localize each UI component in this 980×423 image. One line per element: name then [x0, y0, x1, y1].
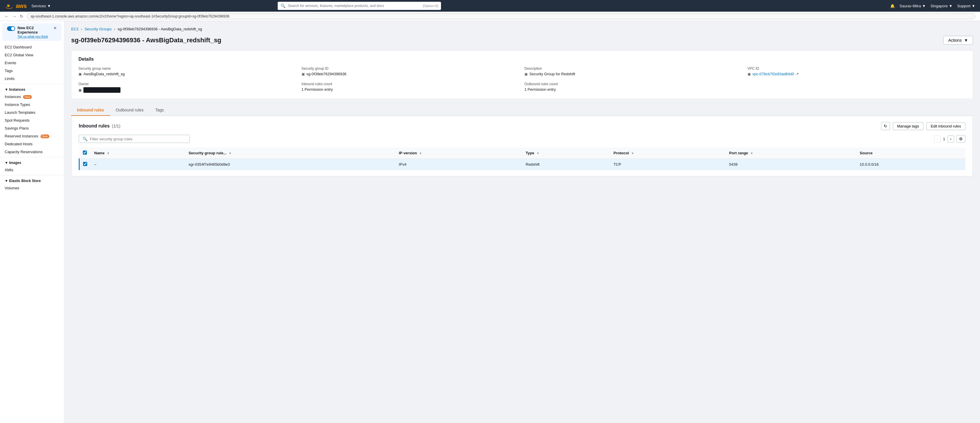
description-label: Description	[524, 67, 743, 71]
reserved-instances-badge: New	[41, 135, 49, 138]
settings-button[interactable]: ⚙	[956, 135, 966, 143]
tab-inbound-rules[interactable]: Inbound rules	[71, 105, 110, 116]
sort-ip-version-icon[interactable]: ▼	[419, 152, 422, 155]
details-title: Details	[78, 57, 966, 62]
pagination-prev-button[interactable]: ‹	[934, 135, 940, 143]
global-search[interactable]: 🔍 [Option+S]	[278, 2, 441, 10]
rules-tabs: Inbound rules Outbound rules Tags	[71, 105, 973, 116]
tab-tags[interactable]: Tags	[150, 105, 170, 116]
row-source: 10.0.0.0/16	[856, 159, 966, 170]
sort-type-icon[interactable]: ▼	[536, 152, 539, 155]
breadcrumb-sep-1: ›	[81, 27, 82, 31]
support-menu[interactable]: Support ▼	[957, 4, 975, 8]
new-experience-banner: New EC2 Experience Tell us what you thin…	[2, 23, 62, 41]
copy-sg-name-icon[interactable]: ▣	[78, 72, 82, 76]
row-protocol: TCP	[610, 159, 725, 170]
row-checkbox[interactable]	[83, 162, 87, 166]
sidebar-item-reserved-instances[interactable]: Reserved Instances New	[0, 132, 64, 140]
sidebar-item-amis[interactable]: AMIs	[0, 166, 64, 174]
inbound-rules-count: (1/1)	[112, 124, 121, 128]
col-sg-rule: Security group rule... ▼	[185, 148, 395, 159]
inbound-rules-title: Inbound rules	[79, 123, 110, 129]
outbound-count-value: 1 Permission entry	[524, 87, 556, 92]
row-checkbox-cell	[80, 159, 91, 170]
copy-description-icon[interactable]: ▣	[524, 72, 528, 76]
sort-protocol-icon[interactable]: ▼	[631, 152, 634, 155]
sidebar-section-images[interactable]: ▼ Images	[0, 158, 64, 166]
url-input[interactable]	[27, 13, 975, 19]
sidebar-item-ec2-global-view[interactable]: EC2 Global View	[0, 51, 64, 59]
col-type: Type ▼	[522, 148, 610, 159]
actions-chevron-icon: ▼	[964, 38, 968, 43]
inbound-rules-table: Name ▼ Security group rule... ▼ IP versi…	[79, 148, 966, 170]
sidebar-item-ec2-dashboard[interactable]: EC2 Dashboard	[0, 43, 64, 51]
breadcrumb-current: sg-0f39eb76294396936 - AwsBigData_redshi…	[118, 27, 202, 31]
services-button[interactable]: Services ▼	[32, 4, 51, 8]
sidebar-item-instances[interactable]: Instances New	[0, 93, 64, 101]
manage-tags-button[interactable]: Manage tags	[893, 122, 923, 130]
copy-vpc-id-icon[interactable]: ▣	[748, 72, 751, 76]
pagination: ‹ 1 › ⚙	[934, 135, 966, 143]
copy-sg-id-icon[interactable]: ▣	[302, 72, 305, 76]
table-row[interactable]: – sgr-0354f7e9465b0d9e3 IPv4 Redshift TC…	[80, 159, 966, 170]
copy-owner-icon[interactable]: ▣	[78, 88, 82, 92]
sidebar-section-ebs[interactable]: ▼ Elastic Block Store	[0, 177, 64, 182]
owner-field: Owner ▣ ████████████	[78, 82, 297, 93]
col-protocol: Protocol ▼	[610, 148, 725, 159]
sidebar-item-dedicated-hosts[interactable]: Dedicated Hosts	[0, 140, 64, 148]
filter-input[interactable]	[90, 137, 186, 141]
breadcrumb-ec2[interactable]: EC2	[71, 27, 78, 31]
main-content: EC2 › Security Groups › sg-0f39eb7629439…	[64, 21, 980, 182]
services-chevron-icon: ▼	[47, 4, 51, 8]
edit-inbound-rules-button[interactable]: Edit inbound rules	[926, 122, 966, 130]
sidebar-item-launch-templates[interactable]: Launch Templates	[0, 108, 64, 116]
sg-id-field: Security group ID ▣ sg-0f39eb76294396936	[302, 67, 520, 76]
sidebar-item-savings-plans[interactable]: Savings Plans	[0, 124, 64, 132]
sidebar-item-events[interactable]: Events	[0, 59, 64, 67]
refresh-button[interactable]: ↻	[881, 122, 890, 130]
filter-input-wrap[interactable]: 🔍	[79, 135, 189, 143]
inbound-count-label: Inbound rules count	[302, 82, 520, 86]
new-experience-title: New EC2 Experience	[18, 25, 51, 34]
search-shortcut: [Option+S]	[423, 4, 438, 8]
forward-button[interactable]: →	[12, 14, 16, 19]
inbound-rules-section: Inbound rules (1/1) ↻ Manage tags Edit i…	[72, 116, 973, 176]
breadcrumb: EC2 › Security Groups › sg-0f39eb7629439…	[71, 27, 973, 31]
new-experience-toggle[interactable]	[7, 26, 15, 31]
sg-id-label: Security group ID	[302, 67, 520, 71]
notifications-icon[interactable]: 🔔	[890, 4, 895, 8]
row-type: Redshift	[522, 159, 610, 170]
back-button[interactable]: ←	[5, 14, 9, 19]
sidebar-item-spot-requests[interactable]: Spot Requests	[0, 116, 64, 124]
close-icon[interactable]: ✕	[53, 25, 57, 30]
sidebar-item-limits[interactable]: Limits	[0, 75, 64, 83]
vpc-id-link[interactable]: vpc-078cb7f2e93ad84d0	[752, 72, 794, 76]
pagination-next-button[interactable]: ›	[948, 135, 954, 143]
new-experience-link[interactable]: Tell us what you think	[18, 35, 48, 38]
sort-name-icon[interactable]: ▼	[107, 152, 110, 155]
sort-port-range-icon[interactable]: ▼	[750, 152, 753, 155]
description-field: Description ▣ Security Group for Redshif…	[524, 67, 743, 76]
sidebar-item-capacity-reservations[interactable]: Capacity Reservations	[0, 148, 64, 156]
sort-sg-rule-icon[interactable]: ▼	[229, 152, 232, 155]
select-all-checkbox[interactable]	[83, 151, 87, 154]
search-input[interactable]	[288, 4, 421, 8]
breadcrumb-security-groups[interactable]: Security Groups	[84, 27, 112, 31]
pagination-page: 1	[943, 137, 945, 141]
sg-name-label: Security group name	[78, 67, 297, 71]
sidebar-section-instances[interactable]: ▼ Instances	[0, 85, 64, 93]
select-all-header	[80, 148, 91, 159]
search-icon: 🔍	[281, 3, 286, 8]
user-menu[interactable]: Saurav Mitra ▼	[899, 4, 926, 8]
col-port-range: Port range ▼	[725, 148, 856, 159]
sidebar-item-instance-types[interactable]: Instance Types	[0, 101, 64, 108]
region-menu[interactable]: Singapore ▼	[931, 4, 953, 8]
sidebar: New EC2 Experience Tell us what you thin…	[0, 21, 64, 182]
inbound-count-value: 1 Permission entry	[302, 87, 333, 92]
sg-id-value: sg-0f39eb76294396936	[307, 72, 347, 76]
col-ip-version: IP version ▼	[396, 148, 522, 159]
tab-outbound-rules[interactable]: Outbound rules	[110, 105, 150, 116]
sidebar-item-tags[interactable]: Tags	[0, 67, 64, 75]
actions-button[interactable]: Actions ▼	[943, 36, 973, 45]
reload-button[interactable]: ↻	[20, 14, 23, 19]
